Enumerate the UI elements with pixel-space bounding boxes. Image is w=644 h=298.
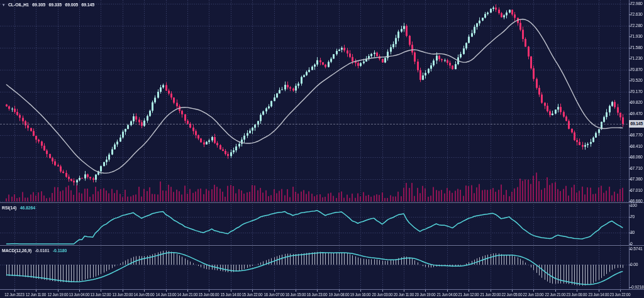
rsi-indicator-label: RSI(14) 46.8264 — [2, 205, 35, 211]
macd-main-value: -0.0161 — [35, 248, 50, 253]
quote-high: 69.335 — [48, 2, 62, 8]
price-chart-canvas[interactable] — [0, 0, 644, 298]
symbol-dropdown-icon[interactable]: ▼ — [2, 3, 5, 7]
quote-low: 69.005 — [65, 2, 78, 8]
quote-open: 69.305 — [32, 2, 45, 8]
rsi-value: 46.8264 — [20, 205, 35, 211]
rsi-name: RSI(14) — [2, 205, 16, 211]
mt4-chart-window: ▼ CL-OIL,H1 69.305 69.335 69.005 69.145 … — [0, 0, 644, 298]
macd-signal-value: -0.1180 — [53, 248, 67, 253]
chart-symbol-timeframe: CL-OIL,H1 — [8, 2, 29, 8]
current-price-badge: 69.145 — [629, 120, 644, 128]
current-price-value: 69.145 — [630, 121, 643, 126]
macd-indicator-label: MACD(12,26,9) -0.0161 -0.1180 — [2, 248, 67, 253]
chart-title: ▼ CL-OIL,H1 69.305 69.335 69.005 69.145 — [2, 2, 94, 8]
quote-close: 69.145 — [82, 2, 95, 8]
macd-name: MACD(12,26,9) — [2, 248, 31, 253]
